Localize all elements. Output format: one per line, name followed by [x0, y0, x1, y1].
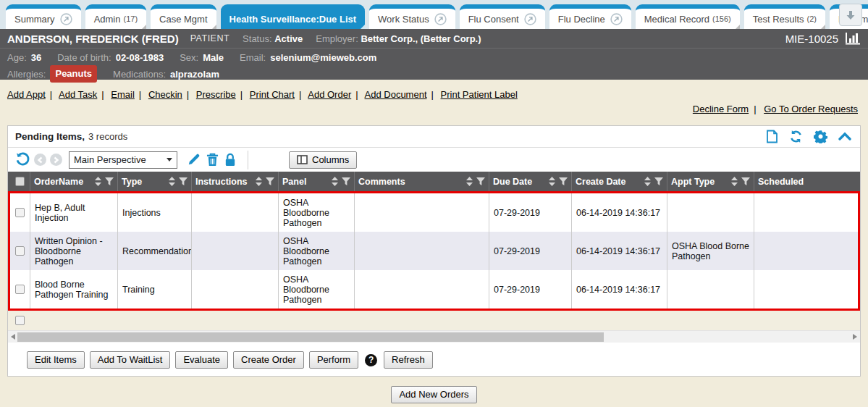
column-header-ordername[interactable]: OrderName [30, 172, 118, 191]
email-label: Email: [240, 50, 266, 65]
link-checkin[interactable]: Checkin [148, 89, 182, 100]
cell-comments [355, 270, 489, 309]
separator: | [431, 89, 434, 100]
scrollbar-thumb[interactable] [17, 332, 604, 342]
email-value: selenium@mieweb.com [270, 50, 376, 65]
tab-flu-decline[interactable]: Flu Decline [549, 4, 631, 29]
refresh-button[interactable]: Refresh [384, 351, 433, 369]
columns-button[interactable]: Columns [289, 151, 357, 169]
link-print-chart[interactable]: Print Chart [250, 89, 295, 100]
tab-work-status[interactable]: Work Status [369, 4, 455, 29]
sort-icon[interactable] [256, 177, 262, 186]
cell-scheduled [754, 232, 858, 270]
filter-icon[interactable] [266, 177, 274, 186]
lock-perspective-icon[interactable] [224, 153, 236, 167]
filter-icon[interactable] [654, 177, 663, 186]
delete-perspective-icon[interactable] [206, 153, 219, 167]
popout-icon[interactable] [610, 13, 623, 25]
cell-comments [355, 232, 489, 270]
link-add-appt[interactable]: Add Appt [7, 89, 46, 100]
allergy-badge[interactable]: Peanuts [50, 65, 97, 83]
edit-items-button[interactable]: Edit Items [27, 351, 85, 369]
sort-icon[interactable] [731, 177, 738, 186]
link-decline-form[interactable]: Decline Form [693, 104, 749, 114]
patient-header: ANDERSON, FREDERICK (FRED) PATIENT Statu… [0, 29, 868, 80]
filter-icon[interactable] [105, 177, 114, 186]
cell-appt-type [667, 193, 754, 232]
medications-label: Medications: [113, 67, 166, 82]
row-checkbox[interactable] [15, 246, 25, 256]
popout-icon[interactable] [434, 13, 447, 25]
tab-overflow-button[interactable] [839, 4, 862, 26]
column-header-create-date[interactable]: Create Date [572, 172, 667, 191]
add-to-waitlist-button[interactable]: Add To WaitList [90, 351, 171, 369]
cell-create-date: 06-14-2019 14:36:17 [572, 193, 667, 232]
create-order-button[interactable]: Create Order [233, 351, 304, 369]
sort-icon[interactable] [95, 177, 101, 186]
perspective-select[interactable]: Main Perspective [69, 151, 177, 169]
link-email[interactable]: Email [111, 89, 135, 100]
column-header-scheduled[interactable]: Scheduled [754, 172, 858, 191]
table-row[interactable]: Written Opinion - Bloodborne Pathogen Re… [10, 232, 858, 270]
gear-icon[interactable] [814, 130, 827, 143]
cell-scheduled [754, 270, 858, 309]
sort-icon[interactable] [332, 177, 338, 186]
edit-perspective-icon[interactable] [187, 153, 201, 167]
column-header-due-date[interactable]: Due Date [489, 172, 572, 191]
perform-button[interactable]: Perform [309, 351, 358, 369]
column-header-panel[interactable]: Panel [279, 172, 355, 191]
link-add-task[interactable]: Add Task [59, 89, 97, 100]
help-icon[interactable]: ? [365, 354, 377, 366]
tab-flu-consent[interactable]: Flu Consent [460, 4, 545, 29]
tab-admin[interactable]: Admin (17) [85, 4, 146, 29]
perspective-back-icon[interactable] [34, 154, 46, 166]
link-go-to-order-requests[interactable]: Go To Order Requests [764, 104, 858, 114]
horizontal-scrollbar[interactable] [8, 330, 860, 343]
link-add-order[interactable]: Add Order [308, 89, 351, 100]
filter-icon[interactable] [559, 177, 568, 186]
tab-health-surveillance-due-list[interactable]: Health Surveillance:Due List [221, 4, 366, 29]
add-new-orders-button[interactable]: Add New Orders [391, 386, 476, 403]
link-print-patient-label[interactable]: Print Patient Label [441, 89, 518, 100]
popout-icon[interactable] [524, 13, 536, 25]
table-row[interactable]: Hep B, Adult Injection Injections OSHA B… [10, 193, 858, 232]
footer-checkbox[interactable] [15, 316, 25, 325]
column-header-type[interactable]: Type [118, 172, 192, 191]
filter-icon[interactable] [741, 177, 750, 186]
perspective-forward-icon[interactable] [50, 154, 62, 166]
sort-icon[interactable] [644, 177, 651, 186]
tab-summary[interactable]: Summary [6, 4, 81, 29]
tab-case-mgmt[interactable]: Case Mgmt [151, 4, 216, 29]
scroll-right-icon[interactable] [853, 334, 857, 340]
select-all-checkbox[interactable] [15, 177, 25, 186]
scroll-left-icon[interactable] [11, 334, 15, 340]
new-document-icon[interactable] [766, 130, 778, 143]
tab-test-results[interactable]: Test Results (2) [744, 4, 825, 29]
collapse-panel-icon[interactable] [838, 132, 851, 142]
age-value: 36 [31, 50, 41, 65]
column-header-comments[interactable]: Comments [355, 172, 489, 191]
evaluate-button[interactable]: Evaluate [175, 351, 228, 369]
popout-icon[interactable] [60, 13, 72, 25]
reset-perspective-icon[interactable] [15, 152, 30, 167]
tab-medical-record[interactable]: Medical Record (156) [636, 4, 740, 29]
bar-chart-icon[interactable] [845, 32, 861, 45]
column-header-instructions[interactable]: Instructions [192, 172, 279, 191]
filter-icon[interactable] [179, 177, 187, 186]
link-prescribe[interactable]: Prescribe [196, 89, 236, 100]
filter-icon[interactable] [476, 177, 485, 186]
patient-type-label: PATIENT [190, 33, 229, 43]
separator: | [50, 89, 52, 100]
sort-icon[interactable] [466, 177, 473, 186]
filter-icon[interactable] [342, 177, 350, 186]
medications-value: alprazolam [170, 67, 219, 82]
column-header-appt-type[interactable]: Appt Type [667, 172, 754, 191]
link-add-document[interactable]: Add Document [365, 89, 427, 100]
sort-icon[interactable] [169, 177, 175, 186]
table-row[interactable]: Blood Borne Pathogen Training Training O… [10, 270, 858, 309]
refresh-icon[interactable] [789, 130, 803, 143]
row-checkbox[interactable] [15, 285, 25, 294]
sort-icon[interactable] [549, 177, 555, 186]
tab-label: Flu Decline [558, 14, 605, 25]
row-checkbox[interactable] [15, 208, 25, 217]
